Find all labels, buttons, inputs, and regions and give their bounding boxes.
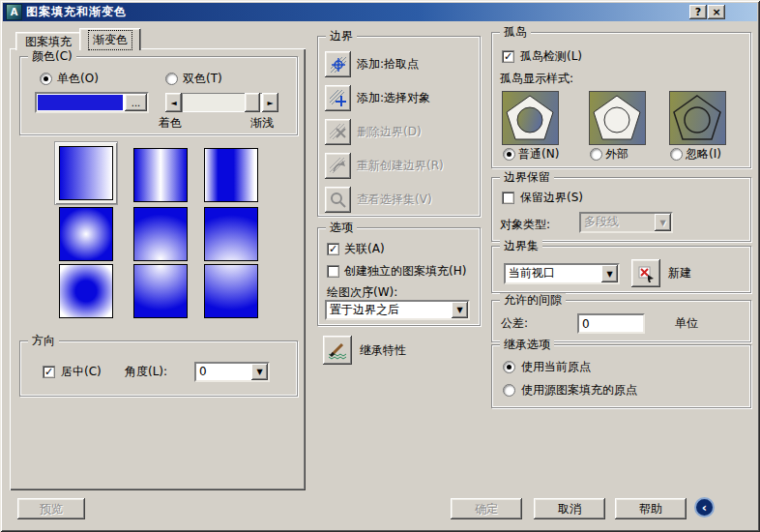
view-selections-icon — [329, 191, 347, 209]
island-normal-label[interactable]: 普通(N) — [518, 147, 559, 161]
angle-dropdown[interactable]: 0 ▼ — [194, 362, 270, 382]
centered-label[interactable]: 居中(C) — [61, 365, 102, 378]
preview-button: 预览 — [17, 498, 85, 519]
draw-order-dropdown[interactable]: 置于边界之后 ▼ — [325, 300, 470, 320]
slider-thumb[interactable] — [245, 93, 260, 112]
recreate-boundary-button — [325, 153, 351, 179]
add-select-objects-label[interactable]: 添加:选择对象 — [357, 91, 430, 104]
color-browse-button[interactable]: ... — [125, 94, 147, 111]
gradient-tile-inverted-spherical[interactable] — [59, 264, 113, 318]
boundary-set-dropdown[interactable]: 当前视口 ▼ — [504, 263, 620, 284]
color-group: 颜色(C) 单色(O) 双色(T) ... ◄ ► 着色 渐浅 — [19, 56, 298, 135]
add-pick-points-label[interactable]: 添加:拾取点 — [357, 57, 419, 71]
tolerance-input[interactable] — [577, 313, 645, 334]
boundary-set-group: 边界集 当前视口 ▼ 新建 — [491, 246, 751, 293]
use-source-origin-radio[interactable] — [503, 384, 515, 397]
two-color-label[interactable]: 双色(T) — [183, 72, 222, 85]
one-color-label[interactable]: 单色(O) — [57, 72, 99, 85]
angle-label: 角度(L): — [125, 365, 167, 378]
options-group-title: 选项 — [326, 221, 357, 234]
recreate-boundary-icon — [329, 157, 347, 175]
gradient-tile-inverted-curved[interactable] — [204, 264, 258, 318]
chevron-down-icon[interactable]: ▼ — [452, 302, 468, 318]
help-button[interactable]: 帮助 — [615, 498, 687, 519]
island-detection-label[interactable]: 孤岛检测(L) — [520, 49, 582, 63]
add-select-objects-button[interactable] — [325, 85, 351, 111]
use-current-origin-label[interactable]: 使用当前原点 — [521, 360, 591, 373]
tab-hatch[interactable]: 图案填充 — [15, 32, 81, 50]
centered-checkbox[interactable]: ✓ — [43, 366, 55, 378]
tint-label: 渐浅 — [250, 116, 274, 130]
view-selections-label: 查看选择集(V) — [357, 192, 432, 206]
boundaries-group-title: 边界 — [326, 29, 357, 43]
autocad-app-icon: A — [6, 4, 22, 20]
gradient-tile-linear[interactable] — [59, 146, 113, 200]
selected-gradient-frame — [55, 142, 117, 204]
titlebar[interactable]: A 图案填充和渐变色 — [3, 3, 757, 21]
units-label: 单位 — [675, 316, 698, 330]
new-boundary-set-icon — [636, 264, 656, 283]
associative-checkbox[interactable]: ✓ — [327, 243, 339, 255]
island-outer-label[interactable]: 外部 — [605, 147, 628, 161]
inherit-properties-button[interactable] — [323, 336, 352, 365]
tab-gradient[interactable]: 渐变色 — [79, 28, 141, 50]
inherit-options-group: 继承选项 使用当前原点 使用源图案填充的原点 — [491, 344, 751, 408]
associative-label[interactable]: 关联(A) — [344, 242, 385, 255]
use-current-origin-radio[interactable] — [503, 361, 515, 373]
boundary-retention-group: 边界保留 保留边界(S) 对象类型: 多段线 ▼ — [491, 177, 751, 242]
two-color-radio[interactable] — [165, 73, 178, 85]
gradient-tile-hemispherical[interactable] — [133, 207, 188, 261]
islands-group-title: 孤岛 — [500, 25, 531, 39]
draw-order-label: 绘图次序(W): — [327, 285, 397, 299]
new-boundary-set-button[interactable] — [631, 259, 660, 287]
independent-hatch-label[interactable]: 创建独立的图案填充(H) — [344, 264, 466, 278]
one-color-radio[interactable] — [40, 73, 52, 85]
view-selections-button — [325, 187, 351, 213]
add-pick-points-button[interactable] — [325, 51, 351, 77]
inherit-properties-icon — [327, 340, 348, 361]
remove-boundaries-button — [325, 119, 351, 145]
island-style-ignore-image[interactable] — [669, 91, 726, 145]
cancel-button[interactable]: 取消 — [534, 498, 605, 519]
close-icon[interactable]: × — [708, 5, 725, 19]
object-type-label: 对象类型: — [500, 218, 550, 231]
collapse-dialog-button[interactable]: ‹ — [694, 497, 715, 517]
island-style-normal-image[interactable] — [502, 91, 559, 145]
new-boundary-set-label: 新建 — [668, 266, 691, 280]
gradient-tile-inverted-cylinder[interactable] — [204, 148, 258, 202]
shade-label: 着色 — [159, 116, 182, 130]
remove-boundaries-label: 删除边界(D) — [357, 125, 422, 138]
chevron-down-icon[interactable]: ▼ — [601, 265, 618, 282]
pick-points-icon — [329, 55, 347, 74]
independent-hatch-checkbox[interactable] — [327, 265, 339, 278]
ok-button: 确定 — [451, 498, 522, 519]
island-style-label: 孤岛显示样式: — [500, 72, 573, 85]
inherit-properties-label[interactable]: 继承特性 — [360, 343, 406, 357]
island-ignore-label[interactable]: 忽略(I) — [686, 147, 721, 161]
boundary-retention-title: 边界保留 — [500, 170, 554, 184]
boundary-set-title: 边界集 — [500, 239, 542, 252]
gradient-tile-spherical[interactable] — [59, 207, 113, 261]
gradient-tile-curved[interactable] — [204, 207, 258, 261]
hatch-gradient-dialog: A 图案填充和渐变色 ? × 图案填充 渐变色 颜色(C) 单色(O) 双色(T… — [0, 0, 760, 532]
retain-boundaries-checkbox[interactable] — [502, 192, 514, 204]
options-group: 选项 ✓ 关联(A) 创建独立的图案填充(H) 绘图次序(W): 置于边界之后 … — [317, 227, 481, 326]
use-source-origin-label[interactable]: 使用源图案填充的原点 — [521, 383, 637, 397]
help-titlebar-button[interactable]: ? — [689, 5, 707, 19]
recreate-boundary-label: 重新创建边界(R) — [357, 159, 444, 172]
tolerance-label: 公差: — [501, 316, 528, 330]
island-normal-radio[interactable] — [503, 148, 515, 161]
gradient-tile-cylinder[interactable] — [133, 148, 188, 202]
slider-right-arrow-icon[interactable]: ► — [262, 93, 278, 112]
boundaries-group: 边界 添加:拾取点 添加:选择对象 删除边界(D) — [317, 36, 481, 217]
island-outer-radio[interactable] — [590, 148, 602, 161]
retain-boundaries-label[interactable]: 保留边界(S) — [520, 191, 583, 204]
gap-tolerance-group: 允许的间隙 公差: 单位 — [491, 300, 751, 342]
inherit-options-title: 继承选项 — [500, 338, 554, 351]
island-ignore-radio[interactable] — [670, 148, 683, 161]
slider-left-arrow-icon[interactable]: ◄ — [165, 93, 182, 112]
gradient-tile-inverted-hemispherical[interactable] — [133, 264, 188, 318]
island-style-outer-image[interactable] — [589, 91, 646, 145]
island-detection-checkbox[interactable]: ✓ — [502, 50, 514, 63]
chevron-down-icon[interactable]: ▼ — [251, 364, 268, 380]
